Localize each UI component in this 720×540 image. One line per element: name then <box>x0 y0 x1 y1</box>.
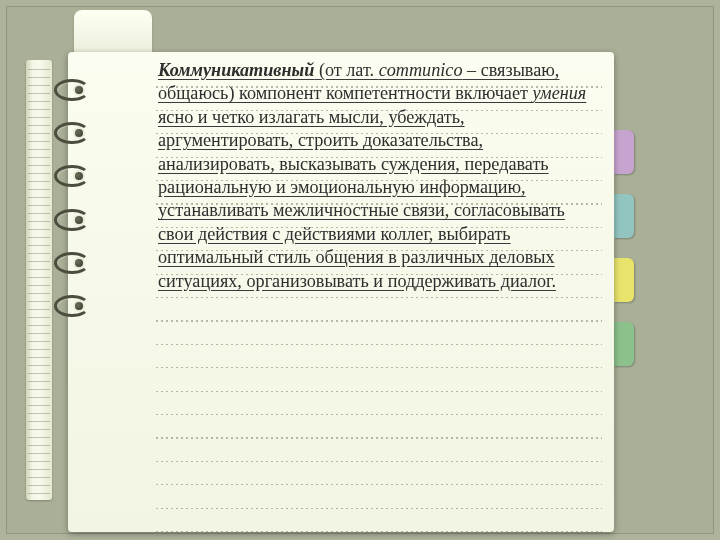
side-tab-green <box>614 322 634 366</box>
side-tabs-group <box>614 130 636 366</box>
ring-icon <box>54 252 90 274</box>
etym-prefix: (от лат. <box>314 60 378 80</box>
skills-word: умения <box>532 83 586 103</box>
side-tab-purple <box>614 130 634 174</box>
term: Коммуникативный <box>158 60 314 80</box>
side-tab-teal <box>614 194 634 238</box>
top-index-tab <box>74 10 152 54</box>
spiral-rings <box>54 68 94 328</box>
slide-root: Коммуникативный (от лат. communico – свя… <box>0 0 720 540</box>
ring-icon <box>54 122 90 144</box>
side-tab-yellow <box>614 258 634 302</box>
body-text: Коммуникативный (от лат. communico – свя… <box>158 59 588 293</box>
ring-icon <box>54 295 90 317</box>
ring-icon <box>54 209 90 231</box>
ring-icon <box>54 165 90 187</box>
left-ruler <box>26 60 52 500</box>
latin-term: communico <box>379 60 463 80</box>
rest-text: ясно и четко излагать мысли, убеждать, а… <box>158 107 565 291</box>
notebook-page: Коммуникативный (от лат. communico – свя… <box>68 52 614 532</box>
ring-icon <box>54 79 90 101</box>
